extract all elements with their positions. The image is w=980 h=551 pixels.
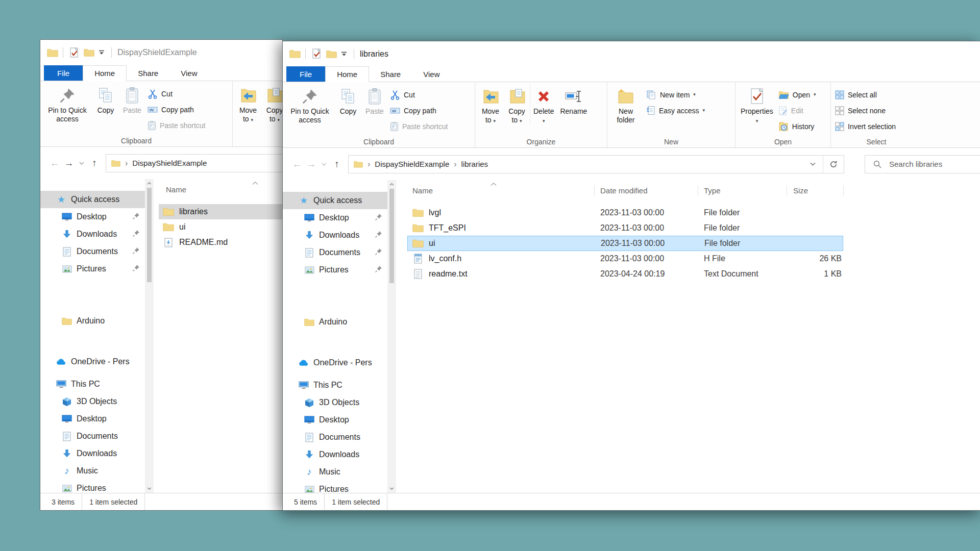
cut-button[interactable]: Cut — [388, 87, 452, 103]
copy-path-button[interactable]: Copy path — [388, 103, 452, 118]
invert-selection-button[interactable]: Invert selection — [833, 118, 900, 134]
file-row-ui[interactable]: ui — [159, 219, 282, 235]
sidebar-scrollbar[interactable] — [145, 179, 154, 493]
forward-button[interactable]: → — [62, 158, 76, 169]
history-button[interactable]: History — [776, 118, 820, 134]
scroll-up-icon[interactable] — [147, 179, 152, 188]
search-box[interactable] — [865, 155, 980, 173]
tab-share[interactable]: Share — [127, 65, 169, 81]
file-list[interactable]: Name Date modified Type Size lvgl 2023-1… — [396, 180, 980, 493]
sidebar-item-downloads-pc[interactable]: Downloads — [40, 445, 145, 462]
sidebar-item-desktop-pc[interactable]: Desktop — [40, 410, 145, 428]
copy-to-button[interactable]: Copyto ▾ — [261, 83, 282, 123]
breadcrumb-folder[interactable]: DispayShieldExample — [375, 160, 449, 168]
delete-button[interactable]: Delete▾ — [530, 84, 557, 124]
sort-ascending-icon[interactable] — [252, 182, 258, 185]
tab-file[interactable]: File — [44, 65, 83, 81]
sidebar-item-pictures-pc[interactable]: Pictures — [40, 480, 145, 493]
tab-share[interactable]: Share — [369, 66, 412, 82]
column-divider[interactable] — [843, 185, 844, 196]
new-folder-button[interactable]: Newfolder — [612, 84, 639, 124]
copy-to-button[interactable]: Copyto ▾ — [504, 84, 530, 124]
file-row-ui[interactable]: ui 2023-11-03 00:00 File folder — [407, 236, 843, 251]
tab-home[interactable]: Home — [83, 65, 127, 81]
scrollbar-thumb[interactable] — [389, 189, 394, 283]
sidebar-item-downloads[interactable]: Downloads — [40, 226, 145, 243]
file-row-readme-md[interactable]: README.md — [159, 235, 282, 250]
address-box[interactable]: › DispayShieldExample — [106, 154, 283, 172]
scroll-down-icon[interactable] — [147, 484, 152, 493]
move-to-button[interactable]: Moveto ▾ — [235, 83, 261, 123]
select-all-button[interactable]: Select all — [833, 87, 900, 103]
title-bar[interactable]: libraries — [283, 41, 980, 66]
up-button[interactable]: ↑ — [87, 158, 102, 169]
sidebar-item-3d-objects[interactable]: 3D Objects — [283, 394, 387, 411]
sidebar-item-this-pc[interactable]: This PC — [40, 375, 145, 393]
address-box[interactable]: › DispayShieldExample › libraries — [348, 155, 844, 173]
sidebar-item-this-pc[interactable]: This PC — [283, 377, 387, 394]
file-list[interactable]: Name libraries ui README.md — [154, 179, 282, 493]
sidebar-item-documents-pc[interactable]: Documents — [40, 428, 145, 445]
back-button[interactable]: ← — [290, 159, 304, 170]
easy-access-button[interactable]: Easy access▾ — [644, 103, 709, 118]
sidebar-item-downloads-pc[interactable]: Downloads — [283, 446, 387, 463]
copy-path-button[interactable]: Copy path — [145, 102, 210, 117]
scroll-down-icon[interactable] — [389, 484, 394, 493]
sidebar-item-pictures-pc[interactable]: Pictures — [283, 481, 387, 493]
sidebar-item-documents[interactable]: Documents — [283, 244, 387, 261]
sidebar-item-documents[interactable]: Documents — [40, 243, 145, 260]
sort-ascending-icon[interactable] — [491, 183, 497, 186]
rename-button[interactable]: Rename — [557, 84, 590, 116]
file-row-lv-conf-h[interactable]: lv_conf.h 2023-11-03 00:00 H File 26 KB — [407, 251, 843, 266]
back-button[interactable]: ← — [47, 158, 62, 169]
up-button[interactable]: ↑ — [330, 159, 344, 170]
sidebar-item-arduino[interactable]: Arduino — [40, 312, 145, 330]
recent-locations-chevron-icon[interactable] — [318, 163, 330, 166]
scroll-up-icon[interactable] — [389, 180, 394, 189]
qat-customize-chevron-icon[interactable] — [99, 50, 105, 55]
sidebar-item-music[interactable]: ♪Music — [283, 463, 387, 481]
copy-button[interactable]: Copy — [335, 84, 361, 116]
column-divider[interactable] — [594, 185, 595, 196]
file-row-libraries[interactable]: libraries — [159, 204, 282, 219]
file-row-readme-txt[interactable]: readme.txt 2023-04-24 00:19 Text Documen… — [407, 266, 843, 282]
paste-shortcut-button[interactable]: Paste shortcut — [145, 117, 210, 133]
navigation-pane[interactable]: ★Quick access Desktop Downloads Document… — [283, 180, 387, 493]
sidebar-item-quick-access[interactable]: ★Quick access — [283, 192, 387, 209]
new-item-button[interactable]: New item▾ — [644, 87, 709, 103]
tab-home[interactable]: Home — [325, 66, 369, 82]
file-row-tft-espi[interactable]: TFT_eSPI 2023-11-03 00:00 File folder — [407, 220, 843, 236]
move-to-button[interactable]: Moveto ▾ — [477, 84, 504, 124]
sidebar-item-3d-objects[interactable]: 3D Objects — [40, 393, 145, 410]
column-header-size[interactable]: Size — [793, 186, 808, 195]
column-header-name[interactable]: Name — [412, 186, 433, 195]
tab-view[interactable]: View — [169, 65, 208, 81]
open-button[interactable]: Open▾ — [776, 87, 820, 103]
qat-new-folder-button[interactable] — [84, 48, 94, 57]
explorer-window-libraries[interactable]: libraries File Home Share View Pin to Qu… — [282, 41, 980, 511]
recent-locations-chevron-icon[interactable] — [76, 162, 87, 165]
sidebar-item-documents-pc[interactable]: Documents — [283, 429, 387, 446]
pin-to-quick-access-button[interactable]: Pin to Quickaccess — [285, 84, 335, 124]
sidebar-item-desktop-pc[interactable]: Desktop — [283, 411, 387, 429]
sidebar-item-onedrive[interactable]: OneDrive - Pers — [283, 354, 387, 371]
tab-view[interactable]: View — [412, 66, 451, 82]
sidebar-item-quick-access[interactable]: ★Quick access — [40, 191, 145, 208]
sidebar-item-onedrive[interactable]: OneDrive - Pers — [40, 353, 145, 370]
qat-properties-button[interactable] — [312, 48, 322, 59]
column-header-type[interactable]: Type — [704, 186, 721, 195]
scrollbar-thumb[interactable] — [147, 188, 152, 282]
sidebar-item-downloads[interactable]: Downloads — [283, 227, 387, 244]
tab-file[interactable]: File — [286, 66, 325, 82]
qat-new-folder-button[interactable] — [326, 49, 337, 59]
sidebar-item-arduino[interactable]: Arduino — [283, 313, 387, 331]
file-row-lvgl[interactable]: lvgl 2023-11-03 00:00 File folder — [407, 205, 843, 220]
column-divider[interactable] — [787, 185, 787, 196]
sidebar-item-desktop[interactable]: Desktop — [40, 208, 145, 226]
forward-button[interactable]: → — [304, 159, 318, 170]
navigation-pane[interactable]: ★Quick access Desktop Downloads Document… — [40, 179, 145, 493]
address-dropdown-chevron-icon[interactable] — [802, 156, 823, 173]
properties-button[interactable]: Properties▾ — [738, 84, 776, 124]
cut-button[interactable]: Cut — [145, 86, 210, 102]
paste-button[interactable]: Paste — [119, 83, 145, 115]
